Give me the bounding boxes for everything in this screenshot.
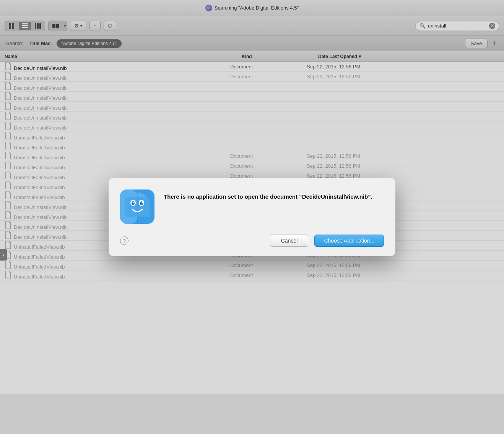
finder-app-icon — [120, 189, 154, 224]
modal-message: There is no application set to open the … — [164, 189, 384, 201]
modal-content: There is no application set to open the … — [120, 189, 384, 224]
svg-point-24 — [142, 202, 143, 203]
modal-title-text: There is no application set to open the … — [164, 193, 384, 201]
modal-actions: ? Cancel Choose Application... — [120, 235, 384, 247]
cancel-btn[interactable]: Cancel — [270, 235, 308, 247]
help-btn[interactable]: ? — [120, 236, 128, 245]
alert-dialog: There is no application set to open the … — [109, 178, 395, 256]
svg-point-23 — [133, 202, 135, 203]
modal-overlay: There is no application set to open the … — [0, 0, 504, 434]
choose-application-btn[interactable]: Choose Application... — [314, 235, 384, 247]
